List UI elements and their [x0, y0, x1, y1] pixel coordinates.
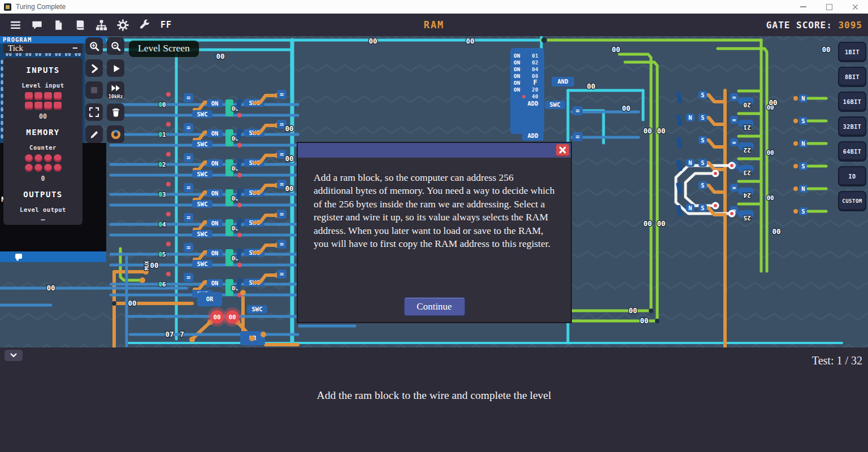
zoom-out-button[interactable] [107, 37, 124, 55]
component-label: = [732, 94, 736, 101]
connector-dot [522, 95, 526, 98]
connector-dot [159, 253, 163, 257]
dialog-titlebar[interactable] [298, 143, 571, 158]
input-led[interactable] [25, 92, 33, 100]
wire-value-label: 00 [657, 127, 665, 135]
connector-dot [237, 113, 242, 118]
wire-value-label: 00 [216, 52, 224, 60]
component-sidebar: 1BIT 8BIT 16BIT 32BIT 64BIT IO CUSTOM [838, 42, 866, 211]
zoom-out-icon [110, 41, 121, 52]
counter-led-grid [25, 154, 62, 172]
zoom-in-button[interactable] [85, 37, 103, 55]
connector-dot [793, 141, 798, 146]
sidebar-item-custom[interactable]: CUSTOM [838, 191, 866, 211]
component-label: F [533, 79, 537, 86]
dialog-text: Add a ram block, so the computer can add… [298, 158, 571, 251]
connector-dot [240, 290, 246, 295]
input-led[interactable] [34, 102, 42, 110]
maximize-button[interactable] [816, 0, 842, 14]
loop-button[interactable] [107, 125, 124, 143]
connector-dot [237, 203, 242, 207]
wire-value-label: 20 [743, 101, 750, 108]
counter-led [34, 154, 42, 162]
connector-dot [237, 143, 242, 147]
dialog-close-button[interactable] [556, 144, 569, 157]
input-led[interactable] [44, 92, 52, 100]
input-led[interactable] [54, 102, 62, 110]
connector-dot [730, 212, 734, 215]
gate-score: GATE SCORE: 3095 [766, 20, 868, 31]
input-led[interactable] [34, 92, 42, 100]
step-button[interactable] [85, 59, 103, 77]
canvas-toolbar: 10kHz [85, 37, 124, 143]
sidebar-item-io[interactable]: IO [838, 166, 866, 186]
component-label: N [801, 95, 805, 102]
component-label: AND [558, 78, 568, 85]
component-label: S [701, 137, 704, 144]
component-label: ON [211, 280, 219, 286]
window-controls [790, 0, 868, 14]
component-label: N [801, 185, 805, 192]
component-label: = [186, 244, 190, 251]
input-led-grid [25, 92, 62, 110]
input-led[interactable] [44, 102, 52, 110]
component-label: ON [211, 220, 219, 227]
minimize-button[interactable] [790, 0, 816, 14]
sidebar-item-1bit[interactable]: 1BIT [838, 42, 866, 62]
continue-button[interactable]: Continue [404, 297, 465, 316]
select-button[interactable] [85, 103, 103, 121]
connector-dot [159, 163, 163, 167]
wire-value-label: 00 [643, 219, 652, 228]
component-label: ON [211, 250, 219, 257]
delete-button[interactable] [107, 103, 124, 121]
component-label: ON [514, 80, 520, 86]
outputs-heading: OUTPUTS [23, 190, 63, 199]
component-label: ON [514, 73, 520, 79]
inputs-label: Level input [21, 82, 64, 89]
sidebar-item-16bit[interactable]: 16BIT [838, 92, 866, 112]
stop-button[interactable] [85, 81, 103, 99]
connector-dot [112, 301, 116, 306]
gate-score-label: GATE SCORE: [766, 20, 832, 31]
memory-heading: MEMORY [26, 128, 60, 137]
wire-value-label: 00 [150, 261, 158, 270]
sidebar-item-32bit[interactable]: 32BIT [838, 116, 866, 137]
component-label: S [701, 159, 704, 166]
input-led[interactable] [25, 102, 33, 110]
wire-value-label: 00 [466, 37, 474, 45]
wire-value-label: 7 [180, 330, 184, 338]
component-label: SWC [197, 231, 208, 237]
component-label: S [701, 92, 704, 98]
counter-led [34, 164, 42, 172]
expand-panel-button[interactable] [5, 350, 23, 361]
sidebar-item-64bit[interactable]: 64BIT [838, 141, 866, 162]
input-led[interactable] [54, 92, 62, 100]
counter-led [54, 154, 62, 162]
connector-dot [166, 182, 171, 186]
gate-score-value: 3095 [838, 20, 862, 31]
connector-dot [159, 282, 163, 286]
wire-value-label: 21 [743, 124, 751, 131]
play-button[interactable] [107, 59, 124, 77]
console-icon[interactable] [15, 254, 22, 259]
component-label: N [688, 159, 692, 166]
tutorial-dialog: Add a ram block, so the computer can add… [298, 143, 571, 322]
fast-forward-button[interactable]: 10kHz [107, 81, 124, 99]
outputs-label: Level output [20, 206, 66, 213]
connector-dot [714, 204, 717, 207]
connector-dot [159, 103, 163, 107]
component-label: S [701, 114, 704, 121]
connector-dot [793, 164, 798, 168]
memory-label: Counter [29, 144, 57, 151]
connector-dot [649, 308, 653, 313]
close-button[interactable] [842, 0, 868, 14]
sidebar-item-8bit[interactable]: 8BIT [838, 67, 866, 87]
component-label: S [801, 118, 805, 124]
tick-window-titlebar[interactable]: Tick − [3, 44, 83, 53]
tick-minimize-button[interactable]: − [72, 43, 77, 53]
component-label: ON [211, 160, 219, 167]
component-label: ON [514, 53, 520, 59]
wire-value-label: 00 [368, 37, 377, 45]
connector-dot [793, 119, 798, 123]
edit-button[interactable] [85, 125, 103, 143]
